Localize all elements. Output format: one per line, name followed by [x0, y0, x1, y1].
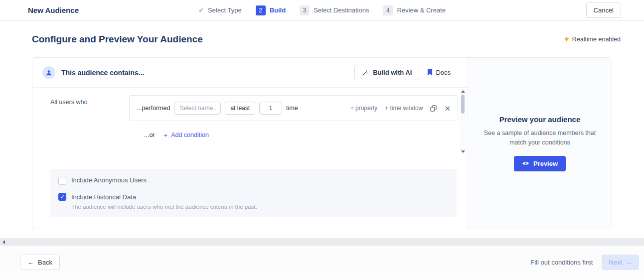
builder-title: This audience contains...	[61, 69, 144, 77]
scroll-left-arrow-icon[interactable]	[2, 240, 5, 244]
scroll-up-arrow-icon[interactable]	[461, 90, 465, 93]
add-property-link[interactable]: + property	[350, 105, 377, 112]
audience-builder-card: This audience contains... Build with AI …	[32, 57, 612, 229]
page-header: Configure and Preview Your Audience Real…	[0, 21, 644, 57]
preview-title: Preview your audience	[499, 115, 581, 124]
build-with-ai-button[interactable]: Build with AI	[354, 65, 419, 80]
builder-header: This audience contains... Build with AI …	[32, 58, 468, 88]
include-historical-description: The audience will include users who met …	[71, 204, 257, 210]
preview-button[interactable]: Preview	[514, 156, 566, 171]
operator-select[interactable]: at least	[225, 102, 255, 115]
step-select-destinations[interactable]: 3 Select Destinations	[300, 5, 369, 15]
include-historical-text: Include Historical Data The audience wil…	[71, 192, 257, 210]
include-anonymous-checkbox[interactable]	[58, 177, 66, 185]
duplicate-condition-icon[interactable]	[430, 105, 437, 112]
preview-description: See a sample of audience members that ma…	[483, 129, 597, 146]
audience-user-icon	[42, 66, 55, 79]
preview-button-label: Preview	[533, 160, 558, 167]
preview-panel: Preview your audience See a sample of au…	[468, 58, 612, 229]
step-number-badge: 4	[383, 5, 393, 15]
performed-label: ...performed	[137, 105, 170, 112]
arrow-left-icon: ←	[27, 259, 34, 266]
next-button[interactable]: Next →	[602, 255, 639, 270]
step-label: Review & Create	[397, 6, 446, 14]
back-label: Back	[38, 259, 52, 266]
condition-builder: This audience contains... Build with AI …	[32, 58, 468, 229]
step-review-create[interactable]: 4 Review & Create	[383, 5, 446, 15]
back-button[interactable]: ← Back	[20, 255, 60, 270]
plus-icon: +	[164, 132, 168, 139]
wizard-stepper: ✓ Select Type 2 Build 3 Select Destinati…	[198, 5, 446, 15]
step-label: Select Type	[208, 6, 242, 14]
add-time-window-link[interactable]: + time window	[385, 105, 423, 112]
audience-options-panel: Include Anonymous Users ✓ Include Histor…	[50, 169, 457, 217]
all-users-who-label: All users who	[50, 99, 87, 106]
docs-label: Docs	[436, 69, 451, 76]
build-with-ai-label: Build with AI	[373, 69, 412, 76]
count-input[interactable]	[259, 102, 282, 115]
realtime-badge: Realtime enabled	[564, 36, 621, 43]
step-label: Build	[270, 6, 286, 14]
lightning-bolt-icon	[564, 36, 569, 42]
include-historical-label: Include Historical Data	[71, 193, 136, 201]
step-label: Select Destinations	[314, 6, 369, 14]
check-icon: ✓	[198, 6, 204, 14]
conditions-hint-text: Fill out conditions first	[530, 259, 593, 266]
scrollbar-thumb[interactable]	[461, 95, 465, 114]
time-unit-label: time	[286, 105, 298, 112]
event-name-select[interactable]: Select name...	[174, 102, 221, 115]
page-title: Configure and Preview Your Audience	[32, 34, 203, 45]
add-condition-button[interactable]: + Add condition	[164, 132, 209, 139]
condition-row-actions: + property + time window ✕	[350, 105, 451, 112]
step-number-badge: 2	[256, 5, 266, 15]
condition-row: ...performed Select name... at least tim…	[129, 95, 458, 121]
conditions-area: All users who ...performed Select name..…	[32, 88, 468, 169]
bookmark-icon	[427, 69, 433, 76]
realtime-label: Realtime enabled	[572, 36, 621, 43]
window-title: New Audience	[28, 6, 79, 14]
horizontal-scrollbar[interactable]	[0, 238, 644, 246]
or-label: ...or	[144, 132, 155, 139]
next-label: Next	[609, 259, 622, 266]
step-number-badge: 3	[300, 5, 310, 15]
magic-wand-icon	[362, 69, 369, 76]
builder-header-actions: Build with AI Docs	[354, 65, 451, 80]
footer-right: Fill out conditions first Next →	[530, 255, 639, 270]
vertical-scrollbar[interactable]	[460, 89, 466, 154]
add-condition-label: Add condition	[171, 132, 209, 139]
include-anonymous-label: Include Anonymous Users	[71, 176, 147, 184]
scroll-down-arrow-icon[interactable]	[461, 150, 465, 153]
include-anonymous-row: Include Anonymous Users	[58, 176, 449, 185]
include-historical-checkbox[interactable]: ✓	[58, 193, 66, 201]
or-row: ...or + Add condition	[144, 132, 209, 139]
step-select-type[interactable]: ✓ Select Type	[198, 6, 242, 14]
include-historical-row: ✓ Include Historical Data The audience w…	[58, 192, 449, 210]
step-build[interactable]: 2 Build	[256, 5, 286, 15]
docs-link[interactable]: Docs	[427, 69, 451, 76]
eye-icon	[522, 161, 529, 166]
arrow-right-icon: →	[626, 259, 632, 266]
remove-condition-icon[interactable]: ✕	[444, 105, 451, 112]
check-icon: ✓	[60, 194, 64, 200]
footer-bar: ← Back Fill out conditions first Next →	[0, 246, 644, 279]
cancel-button[interactable]: Cancel	[586, 2, 621, 18]
top-bar: New Audience ✓ Select Type 2 Build 3 Sel…	[0, 0, 644, 21]
